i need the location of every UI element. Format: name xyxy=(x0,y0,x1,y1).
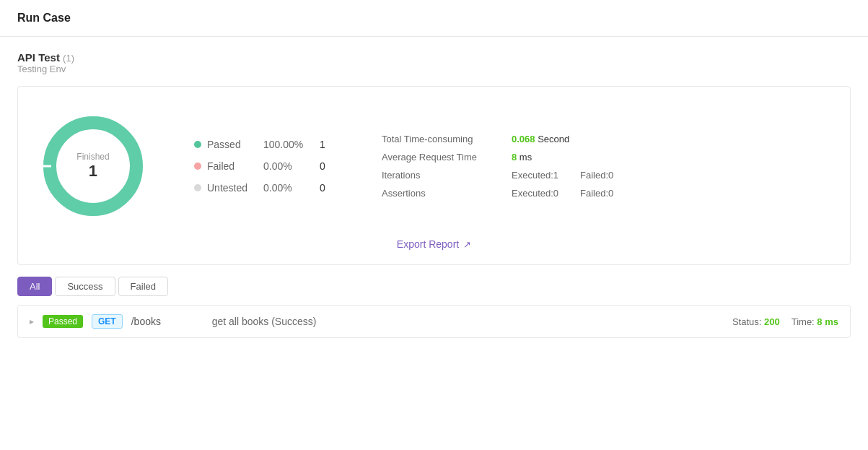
export-icon: ↗ xyxy=(463,239,471,250)
tab-all[interactable]: All xyxy=(17,277,52,296)
iterations-detail: Executed:1 Failed:0 xyxy=(512,170,613,181)
failed-dot xyxy=(194,163,201,170)
legend-passed-count: 1 xyxy=(320,139,325,150)
legend-untested-count: 0 xyxy=(320,182,325,194)
tab-failed[interactable]: Failed xyxy=(118,277,168,296)
legend-untested: Untested 0.00% 0 xyxy=(194,182,338,194)
result-meta: Status: 200 Time: 8 ms xyxy=(732,316,838,327)
status-label: Status: 200 xyxy=(732,316,780,327)
donut-chart: Finished 1 xyxy=(35,108,151,224)
legend-untested-label: Untested xyxy=(207,182,258,194)
page-header: Run Case xyxy=(0,0,868,37)
donut-count: 1 xyxy=(76,162,109,181)
total-time-value: 0.068 Second xyxy=(512,134,569,144)
legend-failed: Failed 0.00% 0 xyxy=(194,160,338,172)
time-label: Time: 8 ms xyxy=(792,316,838,327)
result-path: /books xyxy=(131,316,203,327)
time-value: 8 ms xyxy=(817,316,838,327)
page-title: Run Case xyxy=(17,12,71,24)
total-time-label: Total Time-consuming xyxy=(382,134,512,144)
avg-time-label: Average Request Time xyxy=(382,152,512,163)
test-name-row: API Test (1) xyxy=(17,51,851,64)
assertions-label: Assertions xyxy=(382,188,512,199)
stats-panel: Total Time-consuming 0.068 Second Averag… xyxy=(382,134,613,199)
summary-card: Finished 1 Passed 100.00% 1 Failed 0.00%… xyxy=(17,86,851,265)
iterations-label: Iterations xyxy=(382,170,512,181)
donut-finished-text: Finished xyxy=(76,152,109,162)
method-badge: GET xyxy=(92,314,123,329)
summary-inner: Finished 1 Passed 100.00% 1 Failed 0.00%… xyxy=(35,108,833,224)
untested-dot xyxy=(194,184,201,191)
legend-passed-label: Passed xyxy=(207,139,258,150)
avg-time-value: 8 ms xyxy=(512,152,532,163)
legend: Passed 100.00% 1 Failed 0.00% 0 Untested… xyxy=(194,139,338,194)
legend-failed-count: 0 xyxy=(320,160,325,172)
status-code: 200 xyxy=(764,316,780,327)
result-description: get all books (Success) xyxy=(212,316,724,327)
results-list: ▸ Passed GET /books get all books (Succe… xyxy=(17,305,851,338)
total-time-row: Total Time-consuming 0.068 Second xyxy=(382,134,613,144)
tab-success[interactable]: Success xyxy=(55,277,115,296)
avg-time-row: Average Request Time 8 ms xyxy=(382,152,613,163)
legend-passed: Passed 100.00% 1 xyxy=(194,139,338,150)
iterations-row: Iterations Executed:1 Failed:0 xyxy=(382,170,613,181)
donut-label: Finished 1 xyxy=(76,152,109,181)
legend-untested-pct: 0.00% xyxy=(263,182,314,194)
filter-tabs: All Success Failed xyxy=(17,277,851,296)
assertions-detail: Executed:0 Failed:0 xyxy=(512,188,613,199)
main-content: API Test (1) Testing Env Finished 1 xyxy=(0,37,868,352)
legend-failed-label: Failed xyxy=(207,160,258,172)
test-name: API Test (1) xyxy=(17,51,74,64)
expand-chevron-icon[interactable]: ▸ xyxy=(30,316,34,326)
passed-dot xyxy=(194,141,201,148)
test-env: Testing Env xyxy=(17,64,851,74)
export-report-button[interactable]: Export Report ↗ xyxy=(397,238,471,250)
assertions-row: Assertions Executed:0 Failed:0 xyxy=(382,188,613,199)
export-row: Export Report ↗ xyxy=(35,238,833,250)
status-badge: Passed xyxy=(43,315,83,328)
legend-passed-pct: 100.00% xyxy=(263,139,314,150)
table-row: ▸ Passed GET /books get all books (Succe… xyxy=(18,306,850,337)
legend-failed-pct: 0.00% xyxy=(263,160,314,172)
